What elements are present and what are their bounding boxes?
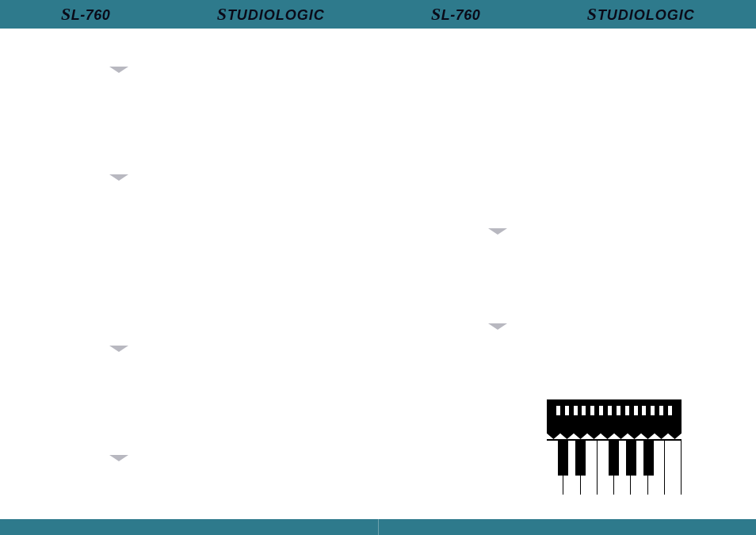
footer-divider — [378, 519, 379, 535]
brand-model-left: SL-760 — [61, 4, 110, 25]
arrow-down-icon — [109, 174, 128, 181]
brand-s-prefix: S — [431, 4, 441, 24]
keyboard-zigzag-edge — [547, 430, 682, 439]
content-area — [0, 29, 756, 519]
piano-keys — [547, 439, 682, 495]
brand-model-text: L-760 — [71, 7, 111, 23]
arrow-down-icon — [488, 323, 507, 330]
brand-name-text: TUDIOLOGIC — [598, 7, 695, 23]
arrow-down-icon — [109, 346, 128, 352]
black-key — [575, 441, 586, 476]
keyboard-mini-keys — [555, 406, 674, 415]
brand-s-prefix: S — [61, 4, 71, 24]
brand-model-text: L-760 — [441, 7, 481, 23]
keyboard-illustration — [547, 399, 682, 495]
black-key — [626, 441, 636, 476]
arrow-down-icon — [488, 228, 507, 235]
arrow-down-icon — [109, 67, 128, 73]
brand-name-left: STUDIOLOGIC — [217, 4, 325, 25]
brand-name-text: TUDIOLOGIC — [227, 7, 325, 23]
black-key — [558, 441, 568, 476]
footer-bar — [0, 519, 756, 535]
brand-model-right: SL-760 — [431, 4, 480, 25]
black-key — [609, 441, 619, 476]
keyboard-top-panel — [547, 399, 682, 430]
arrow-down-icon — [109, 455, 128, 461]
brand-s-prefix: S — [217, 4, 227, 24]
brand-name-right: STUDIOLOGIC — [587, 4, 695, 25]
black-key — [643, 441, 654, 476]
header-bar: SL-760 STUDIOLOGIC SL-760 STUDIOLOGIC — [0, 0, 756, 29]
brand-s-prefix: S — [587, 4, 598, 24]
white-key — [665, 441, 682, 495]
